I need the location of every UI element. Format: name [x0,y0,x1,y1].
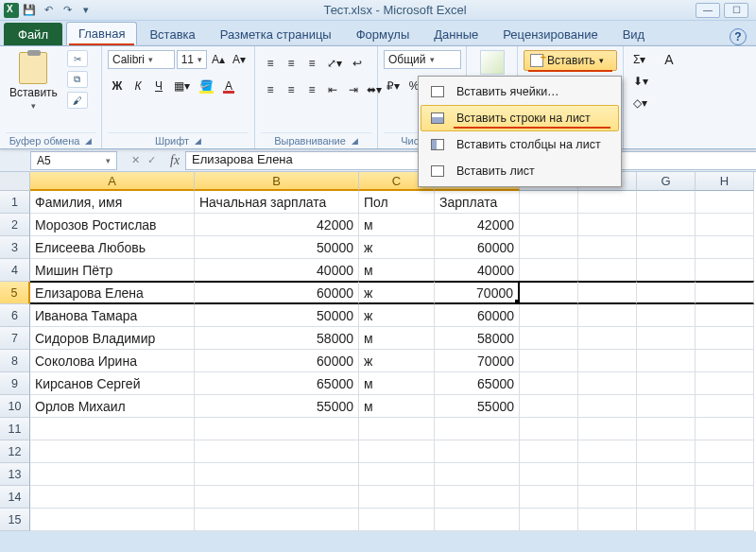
tab-insert[interactable]: Вставка [137,23,207,45]
cell-C11[interactable] [359,418,435,440]
cell-A13[interactable] [30,463,195,486]
cell-F5[interactable] [578,281,637,304]
cell-C8[interactable]: ж [359,350,435,372]
cell-B2[interactable]: 42000 [195,214,359,236]
row-header-3[interactable]: 3 [0,236,30,259]
autosum-icon[interactable]: Σ▾ [629,50,649,69]
align-center-icon[interactable]: ≡ [282,80,301,99]
cell-D3[interactable]: 60000 [435,236,520,259]
cell-D11[interactable] [435,418,520,440]
row-header-12[interactable]: 12 [0,440,30,463]
cell-H8[interactable] [696,350,754,372]
tab-page-layout[interactable]: Разметка страницы [208,23,344,45]
cell-F11[interactable] [578,418,637,440]
cell-G6[interactable] [637,304,696,327]
cell-A12[interactable] [30,440,195,463]
cell-A6[interactable]: Иванова Тамара [30,304,195,327]
cell-A15[interactable] [30,509,195,531]
cell-G10[interactable] [637,395,696,418]
cell-E6[interactable] [520,304,578,327]
fill-color-button[interactable]: 🪣 [196,77,217,95]
format-painter-icon[interactable]: 🖌 [67,92,88,109]
cell-C14[interactable] [359,486,435,509]
cell-B12[interactable] [195,440,359,463]
cell-B7[interactable]: 58000 [195,327,359,350]
cell-G5[interactable] [637,281,696,304]
align-middle-icon[interactable]: ≡ [282,54,301,73]
tab-review[interactable]: Рецензирование [490,23,610,45]
cell-A4[interactable]: Мишин Пётр [30,259,195,282]
col-header-A[interactable]: A [30,172,195,191]
row-header-1[interactable]: 1 [0,191,30,214]
minimize-button[interactable]: — [696,3,720,18]
select-all-corner[interactable] [0,172,30,191]
font-size-combo[interactable]: 11▾ [177,50,207,69]
cell-F3[interactable] [578,236,637,259]
find-icon[interactable]: A [660,50,679,69]
cell-B5[interactable]: 60000 [195,281,359,304]
cell-A11[interactable] [30,418,195,440]
cell-B10[interactable]: 55000 [195,395,359,418]
cell-C5[interactable]: ж [359,281,435,304]
redo-icon[interactable]: ↷ [59,2,76,19]
align-top-icon[interactable]: ≡ [261,54,280,73]
cell-E9[interactable] [520,372,578,395]
fill-icon[interactable]: ⬇▾ [629,72,652,91]
cell-E12[interactable] [520,440,578,463]
cell-H11[interactable] [696,418,754,440]
cell-H15[interactable] [696,509,754,531]
cell-E13[interactable] [520,463,578,486]
clear-icon[interactable]: ◇▾ [629,94,651,112]
tab-data[interactable]: Данные [421,23,490,45]
cell-B6[interactable]: 50000 [195,304,359,327]
cell-G1[interactable] [637,191,696,214]
cell-D7[interactable]: 58000 [435,327,520,350]
cell-F6[interactable] [578,304,637,327]
cell-F14[interactable] [578,486,637,509]
col-header-B[interactable]: B [195,172,359,191]
col-header-H[interactable]: H [696,172,754,191]
row-header-5[interactable]: 5 [0,282,30,304]
menu-insert-cells[interactable]: Вставить ячейки… [421,78,619,105]
cell-B1[interactable]: Начальная зарплата [195,191,359,214]
cell-B8[interactable]: 60000 [195,350,359,372]
cell-F12[interactable] [578,440,637,463]
cell-C3[interactable]: ж [359,236,435,259]
cell-G15[interactable] [637,509,696,531]
grow-font-icon[interactable]: A▴ [209,50,228,69]
cell-D1[interactable]: Зарплата [435,191,520,214]
row-header-6[interactable]: 6 [0,304,30,327]
italic-button[interactable]: К [129,77,147,95]
row-header-2[interactable]: 2 [0,214,30,236]
cell-E4[interactable] [520,259,578,282]
cell-D8[interactable]: 70000 [435,350,520,372]
cell-G9[interactable] [637,372,696,395]
row-header-13[interactable]: 13 [0,463,30,486]
paste-button[interactable]: Вставить ▾ [6,50,61,112]
cell-C7[interactable]: м [359,327,435,350]
underline-button[interactable]: Ч [149,77,168,95]
cell-F9[interactable] [578,372,637,395]
number-format-combo[interactable]: Общий▾ [384,50,461,69]
cell-A5[interactable]: Елизарова Елена [30,281,195,304]
cell-H7[interactable] [696,327,754,350]
cell-H2[interactable] [696,214,754,236]
cell-G3[interactable] [637,236,696,259]
cell-E14[interactable] [520,486,578,509]
help-icon[interactable]: ? [730,28,747,45]
cell-F13[interactable] [578,463,637,486]
fx-icon[interactable]: fx [170,153,180,168]
cell-C4[interactable]: м [359,259,435,282]
orientation-icon[interactable]: ⤢▾ [323,54,346,73]
row-header-14[interactable]: 14 [0,486,30,509]
cell-D10[interactable]: 55000 [435,395,520,418]
cell-B4[interactable]: 40000 [195,259,359,282]
cut-icon[interactable]: ✂ [67,50,88,67]
cell-H13[interactable] [696,463,754,486]
cell-F4[interactable] [578,259,637,282]
cell-A9[interactable]: Кирсанов Сергей [30,372,195,395]
maximize-button[interactable]: ☐ [724,3,748,18]
row-header-7[interactable]: 7 [0,327,30,350]
cell-E7[interactable] [520,327,578,350]
cell-C13[interactable] [359,463,435,486]
